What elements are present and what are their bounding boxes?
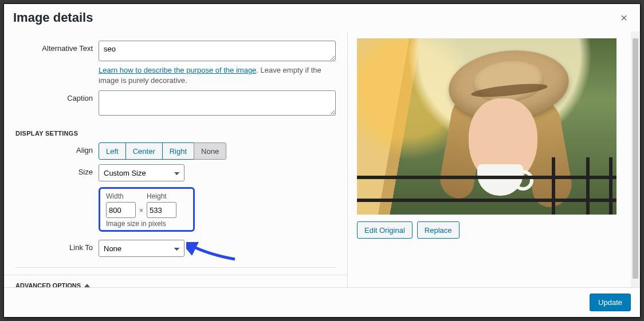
alt-text-row: Alternative Text seo Learn how to descri… [4,38,347,88]
size-row: Size Custom Size [4,162,347,184]
image-details-modal: Image details × Alternative Text seo Lea… [3,3,641,318]
modal-title: Image details [13,10,93,25]
align-button-group: Left Center Right None [99,142,226,160]
modal-header: Image details × [4,4,640,31]
close-icon[interactable]: × [617,9,631,27]
size-label: Size [4,164,99,176]
align-label: Align [4,142,99,154]
advanced-options-toggle[interactable]: ADVANCED OPTIONS [4,275,347,287]
alt-text-help: Learn how to describe the purpose of the… [99,65,336,86]
settings-pane: Alternative Text seo Learn how to descri… [4,31,348,287]
update-button[interactable]: Update [590,294,631,311]
caret-up-icon [84,284,90,287]
height-input[interactable] [147,202,176,218]
times-glyph: × [136,196,147,215]
width-input[interactable] [106,202,136,218]
caption-input[interactable] [99,90,336,116]
caption-label: Caption [4,90,99,102]
size-hint: Image size in pixels [106,220,187,228]
width-label: Width [106,192,136,200]
scrollbar[interactable] [631,31,640,287]
size-select[interactable]: Custom Size [99,164,184,181]
image-preview [357,38,616,215]
align-right-button[interactable]: Right [162,142,194,160]
caption-row: Caption [4,88,347,120]
alt-text-input[interactable]: seo [99,41,336,61]
link-to-row: Link To None [4,237,347,259]
custom-size-box: Width × Height Image size in pixels [99,187,195,232]
modal-footer: Update [4,287,640,317]
replace-button[interactable]: Replace [417,221,460,239]
link-to-select[interactable]: None [99,240,184,257]
height-label: Height [147,192,176,200]
preview-pane: Edit Original Replace [348,31,640,287]
alt-text-label: Alternative Text [4,41,99,53]
advanced-options-label: ADVANCED OPTIONS [15,282,81,287]
align-row: Align Left Center Right None [4,140,347,162]
section-divider [15,267,336,268]
display-settings-heading: DISPLAY SETTINGS [4,120,347,140]
modal-body: Alternative Text seo Learn how to descri… [4,31,640,287]
align-left-button[interactable]: Left [99,142,126,160]
preview-actions: Edit Original Replace [357,221,631,239]
align-none-button[interactable]: None [194,142,226,160]
edit-original-button[interactable]: Edit Original [357,221,413,239]
link-to-label: Link To [4,240,99,252]
alt-text-help-link[interactable]: Learn how to describe the purpose of the… [99,66,256,74]
align-center-button[interactable]: Center [125,142,163,160]
